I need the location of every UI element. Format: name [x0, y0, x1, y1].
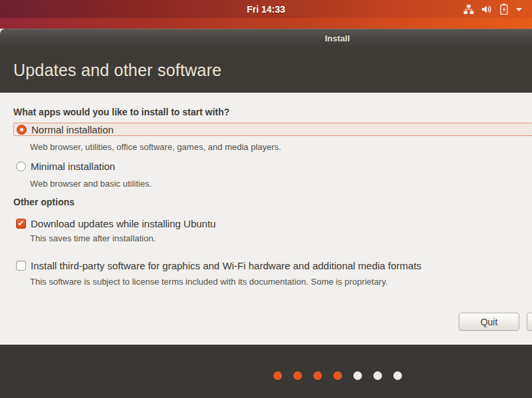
- install-window: Install Updates and other software What …: [0, 29, 532, 398]
- checkbox-label: Install third-party software for graphic…: [31, 260, 421, 271]
- checkbox-description: This saves time after installation.: [30, 233, 532, 243]
- radio-row-normal-installation[interactable]: Normal installation: [13, 123, 532, 136]
- progress-dot: [313, 371, 322, 380]
- battery-icon[interactable]: [500, 3, 508, 15]
- checkbox-label: Download updates while installing Ubuntu: [31, 218, 216, 229]
- desktop-wallpaper: [0, 18, 532, 29]
- window-titlebar[interactable]: Install: [0, 29, 532, 47]
- window-title: Install: [325, 33, 350, 43]
- radio-label: Minimal installation: [31, 161, 115, 172]
- progress-dot: [333, 371, 342, 380]
- volume-icon[interactable]: [481, 4, 493, 15]
- checkbox-third-party[interactable]: [16, 261, 26, 271]
- progress-bar-area: [0, 345, 532, 398]
- page-header: Updates and other software: [0, 47, 532, 93]
- checkbox-row-third-party[interactable]: Install third-party software for graphic…: [13, 259, 532, 271]
- radio-description: Web browser, utilities, office software,…: [30, 142, 532, 152]
- progress-dot: [273, 371, 282, 380]
- checkbox-row-download-updates[interactable]: Download updates while installing Ubuntu: [13, 217, 532, 229]
- screen: Fri 14:33: [0, 0, 532, 398]
- network-icon[interactable]: [463, 4, 474, 15]
- quit-button[interactable]: Quit: [459, 313, 519, 331]
- page-title: Updates and other software: [13, 61, 221, 80]
- progress-dot: [293, 371, 302, 380]
- clock[interactable]: Fri 14:33: [0, 0, 532, 18]
- system-tray[interactable]: [463, 0, 523, 18]
- back-button-clipped[interactable]: [527, 313, 532, 331]
- radio-label: Normal installation: [31, 124, 113, 135]
- progress-dot: [353, 371, 362, 380]
- progress-dot: [393, 371, 402, 380]
- radio-normal-installation[interactable]: [17, 125, 27, 135]
- question-label: What apps would you like to install to s…: [13, 107, 532, 117]
- radio-description: Web browser and basic utilities.: [30, 179, 532, 189]
- progress-dots: [0, 371, 532, 380]
- progress-dot: [373, 371, 382, 380]
- radio-row-minimal-installation[interactable]: Minimal installation: [13, 159, 532, 173]
- checkbox-download-updates[interactable]: [16, 219, 26, 229]
- other-options-heading: Other options: [13, 197, 532, 207]
- chevron-down-icon[interactable]: [515, 7, 523, 12]
- system-top-bar: Fri 14:33: [0, 0, 532, 18]
- checkbox-description: This software is subject to license term…: [30, 277, 532, 287]
- content-area: What apps would you like to install to s…: [0, 93, 532, 345]
- radio-minimal-installation[interactable]: [16, 161, 26, 171]
